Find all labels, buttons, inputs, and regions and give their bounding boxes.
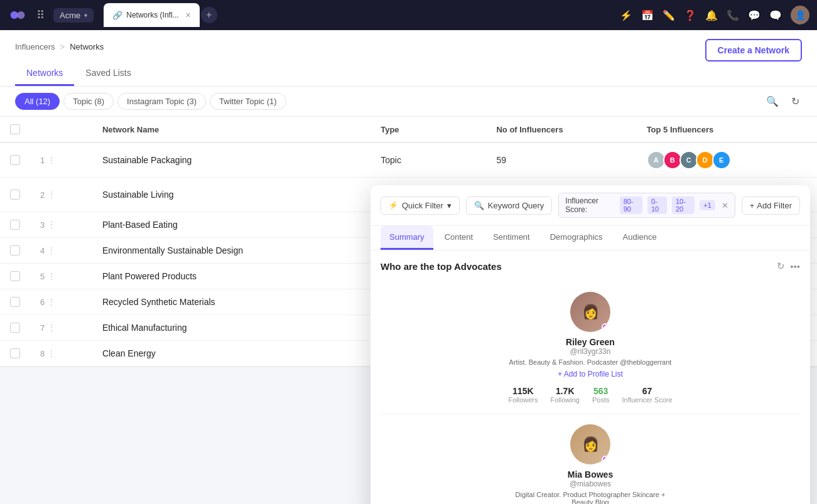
add-filter-button[interactable]: + Add Filter (742, 196, 800, 215)
filter-tab-all[interactable]: All (12) (15, 93, 60, 110)
lightning-icon[interactable]: ⚡ (620, 9, 632, 21)
bell-icon[interactable]: 🔔 (705, 9, 718, 21)
active-tab[interactable]: 🔗 Networks (Infl... ✕ (104, 3, 199, 27)
chat-icon[interactable]: 💬 (748, 9, 760, 21)
page-header: Influencers > Networks Create a Network … (0, 30, 817, 87)
network-name: Clean Energy (102, 348, 156, 358)
message-icon[interactable]: 🗨️ (769, 9, 782, 21)
keyword-query-button[interactable]: 🔍 Keyword Query (466, 196, 553, 215)
col-network-name: Network Name (92, 117, 371, 142)
filter-tab-instagram[interactable]: Instagram Topic (3) (117, 93, 206, 110)
panel-tabs: Summary Content Sentiment Demographics A… (371, 226, 810, 250)
drag-handle-icon[interactable]: ⋮ (47, 271, 56, 281)
grid-icon[interactable]: ⠿ (33, 6, 48, 24)
calendar-icon[interactable]: 📅 (641, 9, 654, 21)
svg-point-1 (17, 11, 24, 19)
advocate-1-name: Riley Green (566, 337, 615, 347)
plus-icon: + (750, 201, 755, 210)
network-type: Topic (371, 142, 486, 178)
col-influencers: No of Influencers (486, 117, 636, 142)
row-number: 5 (40, 272, 45, 281)
score-tag-1[interactable]: 80-90 (620, 196, 642, 214)
panel-tab-sentiment[interactable]: Sentiment (484, 226, 539, 250)
refresh-icon[interactable]: ↻ (789, 93, 802, 110)
score-tag-2[interactable]: 0-10 (647, 196, 667, 214)
row-number: 2 (40, 190, 45, 200)
app-switcher[interactable]: Acme ▾ (53, 8, 94, 23)
row-checkbox[interactable] (10, 245, 20, 255)
quick-filter-button[interactable]: ⚡ Quick Filter ▾ (381, 196, 460, 215)
panel-tab-demographics[interactable]: Demographics (541, 226, 612, 250)
score-tag-3[interactable]: 10-20 (672, 196, 695, 214)
breadcrumb-current: Networks (70, 42, 104, 51)
col-top5: Top 5 Influencers (637, 117, 817, 142)
row-checkbox[interactable] (10, 323, 20, 333)
network-name: Sustainable Packaging (102, 155, 192, 165)
table-row[interactable]: 1 ⋮Sustainable PackagingTopic59ABCDE (0, 142, 817, 178)
new-tab-button[interactable]: + (201, 7, 217, 23)
row-checkbox[interactable] (10, 155, 20, 165)
quick-filter-label: Quick Filter (402, 201, 443, 210)
panel-tab-content[interactable]: Content (436, 226, 482, 250)
panel-content: Who are the top Advocates ↻ ••• 👩 Riley … (371, 250, 810, 367)
row-checkbox[interactable] (10, 297, 20, 307)
filter-tab-topic[interactable]: Topic (8) (63, 93, 114, 110)
network-name: Plant Powered Products (102, 271, 197, 281)
drag-handle-icon[interactable]: ⋮ (47, 245, 56, 255)
row-number: 3 (40, 220, 45, 230)
score-clear-button[interactable]: ✕ (722, 201, 728, 210)
filter-bar: ⚡ Quick Filter ▾ 🔍 Keyword Query Influen… (371, 185, 810, 226)
col-checkbox (0, 117, 30, 142)
quick-filter-chevron: ▾ (447, 201, 452, 210)
breadcrumb-parent[interactable]: Influencers (15, 42, 55, 51)
main-tabs: Networks Saved Lists (15, 62, 802, 86)
header-row: Influencers > Networks Create a Network (15, 39, 802, 62)
phone-icon[interactable]: 📞 (727, 9, 739, 21)
score-filter-label: Influencer Score: (565, 196, 614, 214)
tab-icon: 🔗 (112, 11, 122, 20)
drag-handle-icon[interactable]: ⋮ (47, 190, 56, 200)
search-icon[interactable]: 🔍 (764, 93, 781, 110)
influencer-avatar[interactable]: E (712, 151, 731, 169)
row-checkbox[interactable] (10, 271, 20, 281)
row-checkbox[interactable] (10, 190, 20, 200)
search-icon-small: 🔍 (474, 201, 484, 210)
app-logo[interactable] (8, 5, 28, 25)
drag-handle-icon[interactable]: ⋮ (47, 323, 56, 333)
select-all-checkbox[interactable] (10, 124, 20, 134)
add-filter-label: Add Filter (757, 201, 792, 210)
influencer-count: 59 (486, 142, 636, 178)
drag-handle-icon[interactable]: ⋮ (47, 155, 56, 165)
filter-tabs: All (12) Topic (8) Instagram Topic (3) T… (15, 93, 286, 110)
keyword-label: Keyword Query (488, 201, 544, 210)
section-actions: ↻ ••• (777, 260, 800, 272)
create-network-button[interactable]: Create a Network (705, 39, 802, 62)
drag-handle-icon[interactable]: ⋮ (47, 220, 56, 230)
drag-handle-icon[interactable]: ⋮ (47, 297, 56, 307)
drag-handle-icon[interactable]: ⋮ (47, 348, 56, 358)
filter-tab-twitter[interactable]: Twitter Topic (1) (210, 93, 286, 110)
row-number: 8 (40, 349, 45, 358)
filter-tabs-row: All (12) Topic (8) Instagram Topic (3) T… (0, 87, 817, 117)
tab-close-icon[interactable]: ✕ (185, 11, 191, 19)
pencil-icon[interactable]: ✏️ (663, 9, 675, 21)
topbar-actions: ⚡ 📅 ✏️ ❓ 🔔 📞 💬 🗨️ 👤 (620, 6, 809, 24)
col-drag (30, 117, 92, 142)
filter-actions: 🔍 ↻ (764, 93, 802, 110)
network-name: Ethical Manufacturing (102, 323, 187, 333)
score-filter: Influencer Score: 80-90 0-10 10-20 +1 ✕ (558, 193, 735, 218)
panel-tab-summary[interactable]: Summary (381, 226, 433, 250)
more-options-icon[interactable]: ••• (790, 260, 800, 272)
advocate-1-bio: Artist. Beauty & Fashion. Podcaster @the… (509, 358, 672, 366)
row-number: 7 (40, 323, 45, 333)
row-checkbox[interactable] (10, 220, 20, 230)
help-icon[interactable]: ❓ (684, 9, 696, 21)
score-tag-4[interactable]: +1 (700, 200, 715, 210)
tab-saved-lists[interactable]: Saved Lists (74, 62, 142, 86)
user-avatar[interactable]: 👤 (791, 6, 809, 24)
refresh-icon[interactable]: ↻ (777, 260, 785, 272)
row-checkbox[interactable] (10, 348, 20, 358)
tab-networks[interactable]: Networks (15, 62, 74, 86)
panel-tab-audience[interactable]: Audience (614, 226, 666, 250)
topbar: ⠿ Acme ▾ 🔗 Networks (Infl... ✕ + ⚡ 📅 ✏️ … (0, 0, 817, 30)
